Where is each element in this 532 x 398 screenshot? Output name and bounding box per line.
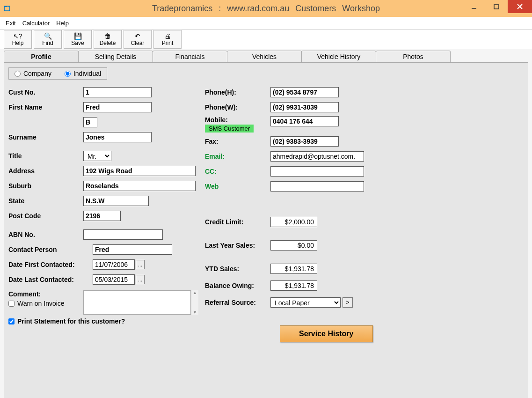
label-phone-w: Phone(W):: [205, 103, 270, 111]
title-select[interactable]: Mr.: [83, 151, 111, 161]
label-referral-source: Referral Source:: [205, 299, 270, 306]
maximize-button[interactable]: [485, 0, 508, 13]
phone-w-input[interactable]: [270, 102, 339, 112]
title-bar: 🗔 Tradepronamics : www.rad.com.au Custom…: [0, 0, 532, 17]
label-web: Web: [205, 183, 270, 190]
window-controls: [463, 0, 532, 13]
label-ytd-sales: YTD Sales:: [205, 265, 270, 273]
print-icon: 🖨: [164, 33, 171, 39]
label-email: Email:: [205, 153, 270, 160]
print-button[interactable]: 🖨Print: [153, 30, 182, 49]
referral-source-select[interactable]: Local Paper: [270, 297, 341, 308]
abn-input[interactable]: [83, 229, 163, 240]
comment-textarea[interactable]: [83, 290, 191, 315]
clear-button[interactable]: ↶Clear: [124, 30, 152, 49]
ytd-sales-field: [270, 264, 317, 274]
service-history-button[interactable]: Service History: [280, 325, 373, 342]
comment-scrollbar[interactable]: ▲▼: [191, 290, 198, 315]
address-input[interactable]: [83, 166, 196, 176]
sms-customer-button[interactable]: SMS Customer: [205, 125, 254, 133]
tab-profile[interactable]: Profile: [4, 51, 79, 62]
tab-vehicles[interactable]: Vehicles: [227, 51, 302, 62]
phone-h-input[interactable]: [270, 87, 339, 97]
label-date-first: Date First Contacted:: [8, 261, 93, 268]
right-column: Phone(H): Phone(W): Mobile: SMS Customer…: [205, 86, 401, 342]
label-fax: Fax:: [205, 138, 270, 145]
referral-source-more-button[interactable]: >: [343, 297, 353, 308]
label-phone-h: Phone(H):: [205, 88, 270, 96]
fax-input[interactable]: [270, 136, 339, 147]
label-cc: CC:: [205, 168, 270, 175]
help-icon: ↖?: [13, 33, 22, 39]
print-statement-checkbox[interactable]: Print Statement for this customer?: [8, 317, 205, 325]
label-credit-limit: Credit Limit:: [205, 218, 270, 226]
save-icon: 💾: [74, 33, 82, 39]
label-surname: Surname: [8, 133, 83, 141]
email-input[interactable]: [270, 151, 364, 162]
menu-help[interactable]: Help: [56, 20, 69, 27]
mobile-input[interactable]: [270, 116, 339, 126]
label-address: Address: [8, 167, 83, 175]
credit-limit-field[interactable]: [270, 217, 317, 227]
label-state: State: [8, 197, 83, 205]
post-code-input[interactable]: [83, 211, 121, 221]
contact-person-input[interactable]: [93, 244, 172, 255]
cc-input[interactable]: [270, 166, 364, 177]
initial-input[interactable]: [83, 117, 97, 127]
delete-button[interactable]: 🗑Delete: [94, 30, 122, 49]
radio-company[interactable]: Company: [15, 70, 51, 77]
label-last-year-sales: Last Year Sales:: [205, 242, 270, 249]
date-last-input[interactable]: [93, 274, 135, 285]
delete-icon: 🗑: [104, 33, 111, 39]
save-button[interactable]: 💾Save: [64, 30, 92, 49]
label-abn: ABN No.: [8, 231, 83, 238]
surname-input[interactable]: [83, 132, 152, 142]
menu-exit[interactable]: Exit: [6, 20, 16, 27]
last-year-sales-field: [270, 240, 317, 251]
window-title: Tradepronamics : www.rad.com.au Customer…: [152, 4, 380, 14]
tab-strip: Profile Selling Details Financials Vehic…: [4, 51, 528, 62]
clear-icon: ↶: [135, 33, 140, 39]
suburb-input[interactable]: [83, 181, 196, 191]
label-first-name: First Name: [8, 103, 83, 111]
tab-vehicle-history[interactable]: Vehicle History: [301, 51, 376, 62]
label-contact: Contact Person: [8, 246, 93, 253]
menu-bar: Exit Calculator Help: [0, 17, 532, 29]
customer-type-group: Company Individual: [8, 67, 107, 80]
toolbar: ↖?Help 🔍Find 💾Save 🗑Delete ↶Clear 🖨Print: [0, 29, 532, 49]
balance-owing-field: [270, 280, 317, 291]
close-button[interactable]: [508, 0, 532, 13]
find-button[interactable]: 🔍Find: [34, 30, 62, 49]
tab-financials[interactable]: Financials: [153, 51, 227, 62]
date-first-picker-button[interactable]: ...: [136, 260, 145, 269]
tab-photos[interactable]: Photos: [376, 51, 451, 62]
label-suburb: Suburb: [8, 182, 83, 190]
label-date-last: Date Last Contacted:: [8, 276, 93, 283]
first-name-input[interactable]: [83, 102, 152, 112]
label-post-code: Post Code: [8, 212, 83, 220]
profile-panel: Company Individual Cust No. First Name S…: [4, 62, 528, 398]
label-mobile: Mobile:: [205, 116, 270, 124]
find-icon: 🔍: [44, 33, 52, 39]
web-input[interactable]: [270, 181, 364, 192]
label-title: Title: [8, 152, 83, 160]
label-balance-owing: Balance Owing:: [205, 282, 270, 289]
label-comment: Comment:: [8, 290, 83, 298]
label-cust-no: Cust No.: [8, 88, 83, 96]
menu-calculator[interactable]: Calculator: [22, 20, 50, 27]
minimize-button[interactable]: [463, 0, 485, 13]
svg-rect-1: [494, 5, 499, 9]
date-last-picker-button[interactable]: ...: [136, 275, 145, 284]
help-button[interactable]: ↖?Help: [4, 30, 32, 49]
app-icon: 🗔: [4, 5, 13, 12]
warn-on-invoice-checkbox[interactable]: Warn on Invoice: [8, 300, 83, 307]
radio-individual[interactable]: Individual: [65, 70, 101, 77]
cust-no-input[interactable]: [83, 87, 152, 97]
state-input[interactable]: [83, 196, 149, 206]
date-first-input[interactable]: [93, 259, 135, 270]
tab-selling-details[interactable]: Selling Details: [78, 51, 153, 62]
left-column: Cust No. First Name Surname Title Mr. Ad…: [8, 86, 205, 342]
